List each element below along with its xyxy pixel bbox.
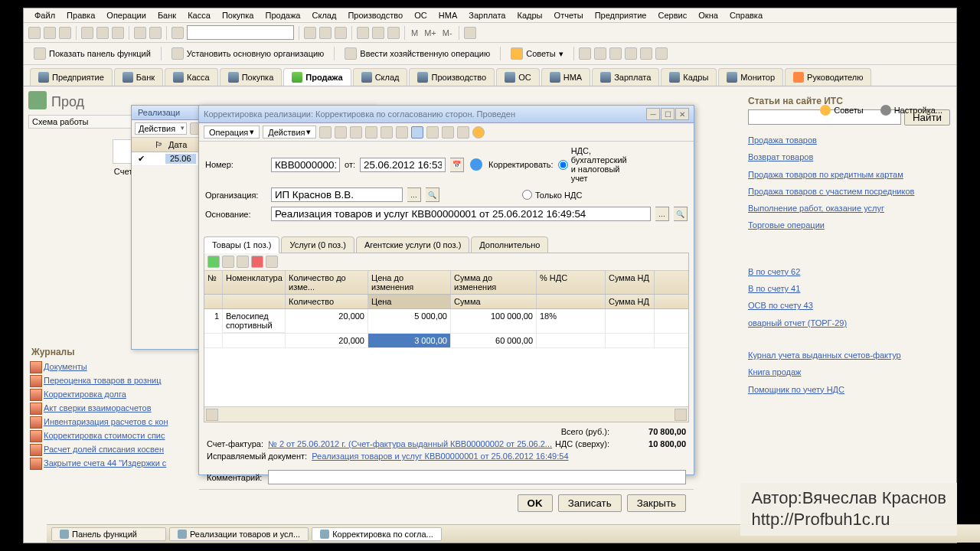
calendar-icon[interactable]: 📅 [450,158,464,172]
menu-service[interactable]: Сервис [654,9,692,21]
tab-extra[interactable]: Дополнительно [471,236,548,253]
m-minus[interactable]: M- [441,28,454,37]
new-icon[interactable] [28,27,41,39]
add-row-icon[interactable] [207,256,220,268]
menu-production[interactable]: Производство [343,9,407,21]
show-panel-button[interactable]: Показать панель функций [28,45,156,62]
report-link[interactable]: Помощник по учету НДС [748,381,950,398]
menu-edit[interactable]: Правка [62,9,100,21]
redo-icon[interactable] [149,27,162,39]
tab-warehouse[interactable]: Склад [353,68,408,86]
search-icon[interactable] [172,27,184,39]
number-input[interactable] [271,158,340,172]
menu-purchase[interactable]: Покупка [217,9,259,21]
journal-link[interactable]: Корректировка стоимости спис [28,429,218,442]
cell-qty-before[interactable]: 20,000 [286,309,368,333]
journal-link[interactable]: Переоценка товаров в розниц [28,373,218,387]
copy-icon[interactable] [96,27,109,39]
settings-button[interactable]: Настройка... [876,103,947,117]
ok-button[interactable]: OK [518,494,553,512]
horizontal-scrollbar[interactable] [204,406,688,422]
chart-icon[interactable] [387,27,400,39]
maximize-icon[interactable]: ☐ [661,108,675,120]
cell-vat-rate[interactable]: 18% [537,309,606,333]
menu-warehouse[interactable]: Склад [308,9,341,21]
calc-icon[interactable] [304,27,316,39]
its-link[interactable]: Выполнение работ, оказание услуг [748,200,950,217]
its-link[interactable]: Возврат товаров [748,148,950,165]
menu-help[interactable]: Справка [725,9,767,21]
tab-kassa[interactable]: Касса [165,68,218,86]
m-plus[interactable]: M+ [423,28,438,37]
report-icon[interactable] [426,126,439,139]
tab-salary[interactable]: Зарплата [592,68,659,86]
menu-sale[interactable]: Продажа [261,9,305,21]
movements-icon[interactable] [411,126,423,139]
print-icon[interactable] [396,126,408,139]
org-input[interactable] [271,187,403,202]
help-icon[interactable] [472,126,485,139]
tool3-icon[interactable] [609,47,622,60]
its-link[interactable]: Продажа товаров по кредитным картам [748,166,950,183]
comment-input[interactable] [268,470,686,484]
paste-icon[interactable] [112,27,124,39]
tab-agent[interactable]: Агентские услуги (0 поз.) [356,236,469,253]
base-input[interactable] [271,207,651,221]
task-correction[interactable]: Корректировка по согла... [312,527,442,541]
post-icon[interactable] [319,126,332,139]
tab-enterprise[interactable]: Предприятие [30,68,113,86]
minimize-icon[interactable]: ─ [646,108,660,120]
tab-bank[interactable]: Банк [114,68,163,86]
tab-monitor[interactable]: Монитор [718,68,783,86]
tab-goods[interactable]: Товары (1 поз.) [204,236,279,253]
journal-link[interactable]: Расчет долей списания косвен [28,442,218,456]
save-icon[interactable] [59,27,71,39]
tab-services[interactable]: Услуги (0 поз.) [281,236,354,253]
menu-os[interactable]: ОС [410,9,432,21]
tool4-icon[interactable] [625,47,637,60]
menu-windows[interactable]: Окна [694,9,723,21]
move-icon[interactable] [266,256,278,268]
dt-kt-icon[interactable] [350,126,362,139]
structure-icon[interactable] [365,126,377,139]
menu-enterprise[interactable]: Предприятие [590,9,652,21]
undo-icon[interactable] [134,27,146,39]
unpost-icon[interactable] [335,126,347,139]
corrected-doc-link[interactable]: Реализация товаров и услуг КВВ00000001 о… [312,452,568,461]
date-input[interactable] [360,158,446,172]
open-icon[interactable] [44,27,56,39]
select-icon[interactable]: … [655,207,669,221]
tool6-icon[interactable] [655,47,668,60]
actions-dropdown[interactable]: Действия [135,122,187,135]
journal-link[interactable]: Акт сверки взаиморасчетов [28,401,218,415]
cell-price-before[interactable]: 5 000,00 [368,309,451,333]
tt-icon[interactable] [442,126,454,139]
report-link[interactable]: Курнал учета выданных счетов-фактур [748,347,950,364]
tab-purchase[interactable]: Покупка [220,68,283,86]
tool5-icon[interactable] [640,47,652,60]
tool1-icon[interactable] [579,47,591,60]
report-link[interactable]: ОСВ по счету 43 [748,297,950,314]
tab-sale[interactable]: Продажа [283,68,351,86]
its-link[interactable]: Продажа товаров [748,132,950,148]
list-icon[interactable] [457,126,469,139]
doc-icon[interactable] [357,27,369,39]
menu-nma[interactable]: НМА [434,9,462,21]
report-link[interactable]: оварный отчет (ТОРГ-29) [748,315,950,331]
its-link[interactable]: Продажа товаров с участием посредников [748,183,950,200]
select-icon[interactable]: … [407,187,421,202]
actions-dropdown[interactable]: Действия ▾ [263,126,316,139]
cell-sum-before[interactable]: 100 000,00 [451,309,537,333]
row-date[interactable]: 25.06 [165,154,196,164]
table-row[interactable]: 20,000 3 000,00 60 000,00 [204,334,688,348]
task-panel[interactable]: Панель функций [51,527,166,541]
edit-row-icon[interactable] [237,256,249,268]
journal-link[interactable]: Документы [28,360,218,373]
fill-icon[interactable] [381,126,393,139]
menu-hr[interactable]: Кадры [513,9,547,21]
cell-qty[interactable]: 20,000 [286,334,368,347]
tab-nma[interactable]: НМА [541,68,590,86]
radio-vat-only[interactable]: Только НДС [522,190,583,200]
report-link[interactable]: В по счету 62 [748,263,950,280]
calendar-icon[interactable] [319,27,332,39]
